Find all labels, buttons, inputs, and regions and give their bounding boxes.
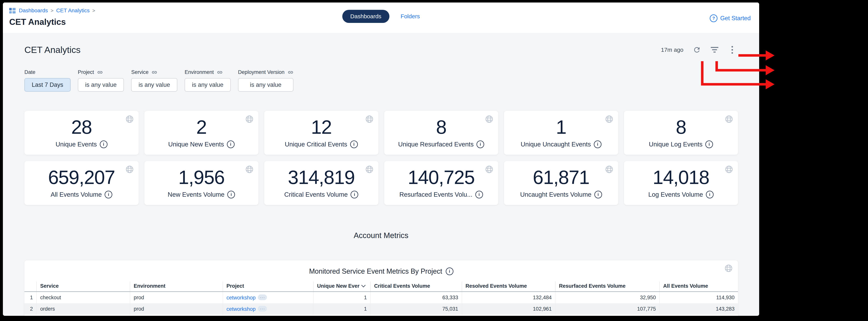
filter-environment: Environment is any value [185, 69, 231, 92]
col-project[interactable]: Project [223, 282, 313, 292]
project-filter-chip[interactable]: is any value [78, 78, 124, 92]
col-all-events-volume[interactable]: All Events Volume [659, 282, 738, 292]
tile-unique-resurfaced-events[interactable]: 8 Unique Resurfaced Eventsi [384, 111, 498, 155]
dashboards-grid-icon[interactable] [9, 7, 16, 14]
refresh-icon[interactable] [693, 46, 701, 54]
cell-resurfaced-events-volume: 107,775 [555, 303, 659, 315]
cell-more-actions[interactable]: ··· [258, 294, 267, 300]
tab-folders[interactable]: Folders [401, 13, 420, 20]
arrowhead [766, 65, 775, 75]
tab-dashboards[interactable]: Dashboards [342, 10, 390, 23]
cell-project: cetworkshop··· [223, 292, 313, 303]
section-title-account-metrics: Account Metrics [3, 231, 759, 240]
info-icon[interactable]: i [227, 191, 235, 198]
info-icon[interactable]: i [350, 141, 358, 148]
tile-unique-log-events[interactable]: 8 Unique Log Eventsi [624, 111, 738, 155]
globe-icon [485, 115, 494, 123]
dashboard-header: CET Analytics 17m ago [24, 45, 740, 55]
service-filter-chip[interactable]: is any value [131, 78, 177, 92]
table-card: Monitored Service Event Metrics By Proje… [24, 260, 738, 316]
tile-log-events-volume[interactable]: 14,018 Log Events Volumei [624, 161, 738, 205]
tile-label: Unique New Events [168, 141, 224, 148]
linked-filter-icon [97, 69, 103, 75]
cell-resurfaced-events-volume: 32,950 [555, 292, 659, 303]
tile-resurfaced-events-volume[interactable]: 140,725 Resurfaced Events Volu...i [384, 161, 498, 205]
cell-unique-new-events: 1 [313, 292, 371, 303]
globe-icon [605, 165, 614, 174]
dashboard-filters-icon[interactable] [710, 46, 719, 54]
project-link[interactable]: cetworkshop [226, 306, 256, 312]
tile-all-events-volume[interactable]: 659,207 All Events Volumei [24, 161, 138, 205]
breadcrumb-cet-analytics-link[interactable]: CET Analytics [56, 7, 90, 14]
tile-label: Resurfaced Events Volu... [399, 191, 472, 198]
tile-uncaught-events-volume[interactable]: 61,871 Uncaught Events Volumei [504, 161, 618, 205]
filter-project: Project is any value [78, 69, 124, 92]
filter-date: Date Last 7 Days [24, 69, 70, 92]
filter-bar: Date Last 7 Days Project is any value Se… [24, 69, 759, 92]
screenshot-stage: Dashboards > CET Analytics > CET Analyti… [0, 0, 868, 321]
environment-filter-chip[interactable]: is any value [185, 78, 231, 92]
info-icon[interactable]: i [227, 141, 235, 148]
cell-more-actions[interactable]: ··· [258, 306, 267, 312]
tile-unique-new-events[interactable]: 2 Unique New Eventsi [145, 111, 259, 155]
col-resolved-events-volume[interactable]: Resolved Events Volume [462, 282, 555, 292]
info-icon[interactable]: i [706, 191, 714, 198]
table-row: 2 orders prod cetworkshop··· 1 75,031 10… [24, 303, 738, 315]
info-icon[interactable]: i [100, 141, 107, 148]
cell-service: orders [36, 303, 130, 315]
tile-value: 8 [436, 117, 446, 137]
more-actions-kebab-icon[interactable] [728, 46, 737, 54]
tile-value: 1 [556, 117, 566, 137]
sort-desc-icon [361, 283, 366, 288]
cell-all-events-volume: 114,930 [659, 292, 738, 303]
col-critical-events-volume[interactable]: Critical Events Volume [371, 282, 462, 292]
info-icon[interactable]: i [350, 191, 358, 198]
tile-unique-events[interactable]: 28 Unique Eventsi [24, 111, 138, 155]
col-unique-new-events-sorted[interactable]: Unique New Ever [313, 282, 371, 292]
tile-value: 2 [196, 117, 207, 137]
cell-project: cetworkshop··· [223, 303, 313, 315]
tile-unique-critical-events[interactable]: 12 Unique Critical Eventsi [264, 111, 378, 155]
linked-filter-icon [152, 69, 157, 75]
filter-deployment-version: Deployment Version is any value [238, 69, 293, 92]
project-link[interactable]: cetworkshop [226, 295, 256, 301]
filter-service: Service is any value [131, 69, 177, 92]
cell-environment: prod [130, 292, 223, 303]
info-icon[interactable]: i [705, 141, 713, 148]
cell-service: checkout [36, 292, 130, 303]
help-icon: ? [710, 14, 717, 22]
cell-critical-events-volume: 75,031 [371, 303, 462, 315]
globe-icon [365, 165, 374, 174]
deployment-version-filter-chip[interactable]: is any value [238, 78, 293, 92]
dashboard-title: CET Analytics [24, 45, 81, 55]
info-icon[interactable]: i [476, 141, 484, 148]
info-icon[interactable]: i [446, 267, 454, 275]
globe-icon [125, 115, 134, 123]
cell-environment: prod [130, 303, 223, 315]
breadcrumb-separator: > [92, 8, 95, 14]
table-header-row: Service Environment Project Unique New E… [24, 282, 738, 292]
date-filter-chip[interactable]: Last 7 Days [24, 78, 70, 92]
col-service[interactable]: Service [36, 282, 130, 292]
tile-critical-events-volume[interactable]: 314,819 Critical Events Volumei [264, 161, 378, 205]
info-icon[interactable]: i [104, 191, 112, 198]
arrowhead [766, 51, 775, 60]
tile-unique-uncaught-events[interactable]: 1 Unique Uncaught Eventsi [504, 111, 618, 155]
info-icon[interactable]: i [594, 141, 601, 148]
breadcrumb-dashboards-link[interactable]: Dashboards [19, 7, 48, 14]
arrowhead [766, 79, 775, 89]
top-bar: Dashboards > CET Analytics > CET Analyti… [3, 2, 759, 33]
cell-all-events-volume: 143,283 [659, 303, 738, 315]
tile-label: Unique Log Events [649, 141, 703, 148]
info-icon[interactable]: i [594, 191, 602, 198]
tile-new-events-volume[interactable]: 1,956 New Events Volumei [145, 161, 259, 205]
col-row-number [24, 282, 36, 292]
col-resurfaced-events-volume[interactable]: Resurfaced Events Volume [555, 282, 659, 292]
globe-icon [245, 115, 254, 123]
col-environment[interactable]: Environment [130, 282, 223, 292]
cell-critical-events-volume: 63,333 [371, 292, 462, 303]
get-started-button[interactable]: ? Get Started [710, 14, 751, 22]
dashboard-panel: CET Analytics 17m ago Date [3, 33, 759, 316]
info-icon[interactable]: i [475, 191, 483, 198]
cell-resolved-events-volume: 102,961 [462, 303, 555, 315]
